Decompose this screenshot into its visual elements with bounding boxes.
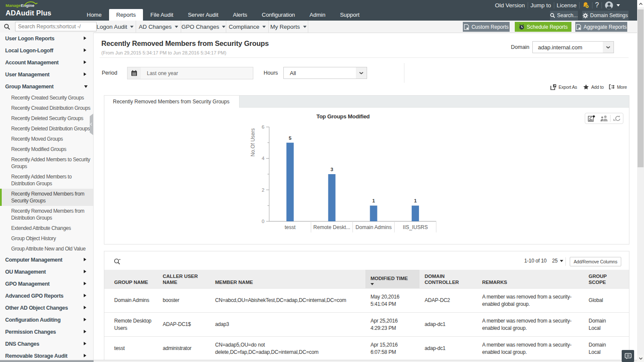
column-header-label: MODIFIED TIME — [371, 275, 418, 281]
nav-tab-support[interactable]: Support — [333, 9, 367, 21]
column-header-domain[interactable]: DOMAIN CONTROLLER — [419, 270, 477, 288]
sidebar-group-account-management[interactable]: Account Management — [0, 57, 93, 69]
sidebar-group-label: User Management — [5, 72, 49, 78]
bar-domain-admins[interactable] — [370, 205, 377, 221]
menu-compliance[interactable]: Compliance — [226, 21, 269, 33]
add-chart-icon[interactable] — [585, 113, 598, 124]
sidebar-collapse-handle[interactable] — [90, 116, 93, 133]
feedback-button[interactable] — [622, 350, 634, 362]
sidebar-item-recently-deleted-security-groups[interactable]: Recently Deleted Security Groups — [0, 113, 93, 124]
sidebar-group-configuration-auditing[interactable]: Configuration Auditing — [0, 314, 93, 326]
hours-select[interactable]: All — [283, 67, 367, 79]
scroll-down-arrow[interactable] — [637, 355, 644, 362]
sidebar-search-icon[interactable] — [4, 24, 10, 30]
scrollbar-thumb[interactable] — [638, 9, 644, 167]
jump-to-link[interactable]: Jump to — [528, 0, 554, 10]
nav-tab-configuration[interactable]: Configuration — [255, 9, 302, 21]
vertical-scrollbar[interactable] — [637, 0, 644, 362]
table-row-3[interactable]: tesstadministratorCN=adap5,OU=do not del… — [104, 336, 629, 360]
table-search-icon[interactable] — [114, 258, 121, 265]
sidebar-group-group-management[interactable]: Group Management — [0, 81, 93, 93]
sidebar-group-removable-storage-audit[interactable]: Removable Storage Audit — [0, 350, 93, 360]
menu-logon-audit[interactable]: Logon Audit — [94, 21, 136, 33]
bar-remote-deskt[interactable] — [328, 174, 335, 221]
nav-tab-server-audit[interactable]: Server Audit — [181, 9, 226, 21]
add-to-button[interactable]: Add to — [583, 84, 604, 90]
caret-right-icon — [84, 282, 86, 285]
old-version-link[interactable]: Old Version — [492, 0, 528, 10]
utility-bar: Old VersionJump toLicense? — [492, 0, 623, 10]
sidebar-group-gpo-management[interactable]: GPO Management — [0, 278, 93, 290]
bar-tesst[interactable] — [286, 143, 294, 221]
caret-down-icon — [84, 85, 88, 88]
sidebar-item-recently-removed-members-from-security-groups[interactable]: Recently Removed Members from Security G… — [0, 189, 93, 206]
column-header-member-name[interactable]: MEMBER NAME — [210, 270, 365, 288]
column-header-caller-user[interactable]: CALLER USER NAME — [158, 270, 210, 288]
table-row-2[interactable]: Remote Desktop UsersADAP-DC1$adap3Apr 25… — [104, 312, 629, 336]
sidebar-item-recently-created-security-groups[interactable]: Recently Created Security Groups — [0, 93, 93, 103]
chart-label: 3 — [331, 167, 333, 172]
sidebar-item-recently-removed-members-from-distribution-groups[interactable]: Recently Removed Members from Distributi… — [0, 206, 93, 223]
period-field[interactable]: Last one year — [141, 67, 253, 79]
column-header-group[interactable]: GROUP SCOPE — [583, 270, 629, 288]
chart-label: Domain Admins — [355, 224, 392, 230]
page-size-select[interactable]: 25 — [552, 258, 563, 264]
menu-ad-changes[interactable]: AD Changes — [136, 21, 181, 33]
sidebar-group-ou-management[interactable]: OU Management — [0, 266, 93, 278]
custom-reports-button[interactable]: Custom Reports — [463, 22, 510, 32]
report-search-input[interactable] — [15, 22, 97, 31]
sidebar-item-extended-attribute-changes[interactable]: Extended Attribute Changes — [0, 223, 93, 233]
sidebar-group-permission-changes[interactable]: Permission Changes — [0, 326, 93, 338]
sidebar-group-user-logon-reports[interactable]: User Logon Reports — [0, 33, 93, 45]
table-row-1[interactable]: Domain AdminsboosterCN=abcd,OU=AbishekTe… — [104, 288, 629, 312]
sidebar-item-recently-added-members-to-distribution-groups[interactable]: Recently Added Members to Distribution G… — [0, 172, 93, 189]
aggregate-reports-button[interactable]: Aggregate Reports — [575, 22, 627, 32]
select-chevron-segment — [356, 67, 367, 78]
sidebar-item-recently-modified-groups[interactable]: Recently Modified Groups — [0, 144, 93, 154]
sidebar-group-user-management[interactable]: User Management — [0, 69, 93, 81]
nav-tab-home[interactable]: Home — [79, 9, 109, 21]
notifications-button[interactable] — [580, 0, 592, 10]
nav-tab-file-audit[interactable]: File Audit — [143, 9, 180, 21]
sidebar-item-recently-deleted-distribution-groups[interactable]: Recently Deleted Distribution Groups — [0, 124, 93, 134]
header-search-button[interactable]: Search... — [550, 11, 578, 20]
domain-settings-button[interactable]: Domain Settings — [582, 11, 629, 20]
menu-my-reports[interactable]: My Reports — [269, 21, 308, 33]
scroll-up-arrow[interactable] — [637, 0, 644, 7]
chart-refresh-icon[interactable] — [611, 113, 623, 124]
domain-select[interactable]: adap.internal.com — [532, 41, 614, 53]
menu-gpo-changes[interactable]: GPO Changes — [181, 21, 226, 33]
sidebar-group-other-ad-object-changes[interactable]: Other AD Object Changes — [0, 302, 93, 314]
hscrollbar-thumb[interactable] — [0, 360, 94, 362]
column-header-modified-time[interactable]: MODIFIED TIME — [365, 270, 419, 288]
more-button[interactable]: More — [609, 84, 627, 90]
nav-tab-admin[interactable]: Admin — [302, 9, 333, 21]
user-menu-button[interactable] — [602, 0, 623, 10]
sidebar-item-group-attribute-new-and-old-value[interactable]: Group Attribute New and Old Value — [0, 244, 93, 254]
sidebar-group-label: DNS Changes — [5, 341, 39, 347]
nav-tab-reports[interactable]: Reports — [109, 9, 143, 21]
license-link[interactable]: License — [554, 0, 580, 10]
sidebar-group-dns-changes[interactable]: DNS Changes — [0, 338, 93, 350]
sidebar-group-local-logon-logoff[interactable]: Local Logon-Logoff — [0, 45, 93, 57]
sidebar-group-advanced-gpo-reports[interactable]: Advanced GPO Reports — [0, 290, 93, 302]
column-header-group-name[interactable]: GROUP NAME — [104, 270, 158, 288]
sidebar-item-recently-added-members-to-security-groups[interactable]: Recently Added Members to Security Group… — [0, 154, 93, 172]
horizontal-scrollbar[interactable] — [0, 360, 637, 362]
sidebar-item-recently-created-distribution-groups[interactable]: Recently Created Distribution Groups — [0, 103, 93, 113]
sidebar-item-recently-moved-groups[interactable]: Recently Moved Groups — [0, 134, 93, 144]
caret-right-icon — [84, 60, 86, 64]
nav-tab-alerts[interactable]: Alerts — [226, 9, 255, 21]
tab-recently-removed-members[interactable]: Recently Removed Members from Security G… — [104, 96, 240, 108]
caret-right-icon — [84, 72, 86, 76]
bar-iis-iusrs[interactable] — [412, 205, 419, 221]
schedule-reports-button[interactable]: Schedule Reports — [515, 22, 571, 32]
calendar-button[interactable] — [127, 67, 141, 79]
people-icon[interactable] — [598, 113, 610, 124]
sidebar-group-computer-management[interactable]: Computer Management — [0, 254, 93, 266]
add-remove-columns-button[interactable]: Add/Remove Columns — [570, 257, 621, 266]
sidebar-item-group-object-history[interactable]: Group Object History — [0, 233, 93, 244]
column-header-remarks[interactable]: REMARKS — [477, 270, 583, 288]
export-as-button[interactable]: Export As — [550, 84, 577, 90]
help-button[interactable]: ? — [592, 0, 601, 10]
